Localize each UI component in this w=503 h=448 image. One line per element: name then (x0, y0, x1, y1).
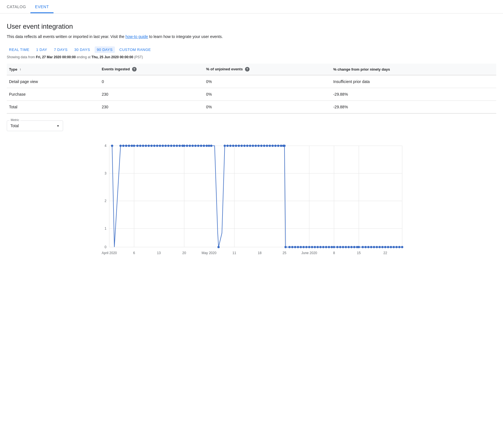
svg-point-127 (390, 246, 392, 248)
time-btn-custom[interactable]: CUSTOM RANGE (117, 46, 153, 53)
svg-point-59 (194, 145, 197, 147)
svg-point-69 (229, 145, 232, 147)
svg-point-119 (367, 246, 370, 248)
svg-point-33 (122, 145, 124, 147)
svg-point-110 (342, 246, 344, 248)
svg-text:6: 6 (133, 251, 135, 255)
svg-text:0: 0 (104, 245, 106, 249)
table-row: Detail page view 0 0% Insufficient prior… (7, 75, 496, 88)
cell-events-2: 230 (102, 101, 206, 114)
svg-point-81 (263, 145, 265, 147)
svg-point-112 (348, 246, 350, 248)
line-chart: 4 3 2 1 0 April 2020 6 13 20 May 2020 11… (7, 140, 496, 258)
tab-catalog[interactable]: CATALOG (7, 5, 30, 13)
metric-select[interactable]: Total ▼ (7, 120, 63, 131)
svg-point-99 (311, 246, 313, 248)
svg-point-56 (186, 145, 188, 147)
svg-text:June 2020: June 2020 (301, 251, 317, 255)
time-btn-90days[interactable]: 90 DAYS (95, 46, 115, 53)
svg-point-92 (291, 246, 293, 248)
svg-point-90 (284, 246, 287, 248)
help-icon-unjoined[interactable]: ? (245, 67, 250, 71)
svg-text:18: 18 (258, 251, 262, 255)
time-btn-7days[interactable]: 7 DAYS (52, 46, 70, 53)
svg-point-76 (249, 145, 251, 147)
svg-point-128 (393, 246, 395, 248)
svg-point-41 (145, 145, 147, 147)
svg-point-102 (319, 246, 322, 248)
svg-point-108 (336, 246, 339, 248)
time-btn-realtime[interactable]: REAL TIME (7, 46, 32, 53)
svg-point-50 (170, 145, 172, 147)
svg-text:15: 15 (357, 251, 361, 255)
table-row: Purchase 230 0% -29.88% (7, 88, 496, 101)
svg-text:4: 4 (104, 144, 106, 148)
svg-point-117 (362, 246, 364, 248)
svg-point-39 (139, 145, 141, 147)
svg-text:11: 11 (232, 251, 236, 255)
page-description: This data reflects all events written or… (7, 34, 496, 40)
date-range-info: Showing data from Fri, 27 Mar 2020 00:00… (7, 55, 496, 59)
svg-point-114 (353, 246, 355, 248)
svg-point-66 (217, 246, 220, 248)
svg-point-62 (203, 145, 205, 147)
cell-events-0: 0 (102, 75, 206, 88)
svg-point-51 (173, 145, 175, 147)
svg-point-53 (179, 145, 181, 147)
svg-point-105 (328, 246, 330, 248)
description-text-before: This data reflects all events written or… (7, 34, 125, 39)
time-btn-30days[interactable]: 30 DAYS (72, 46, 92, 53)
svg-point-75 (246, 145, 248, 147)
cell-change-0: Insufficient prior data (333, 75, 496, 88)
time-btn-1day[interactable]: 1 DAY (34, 46, 49, 53)
svg-point-106 (331, 246, 333, 248)
metric-value: Total (10, 124, 19, 128)
svg-point-74 (243, 145, 246, 147)
events-table: Type ↑ Events ingested ? % of unjoined e… (7, 64, 496, 114)
time-filters: REAL TIME 1 DAY 7 DAYS 30 DAYS 90 DAYS C… (7, 46, 496, 53)
svg-point-98 (308, 246, 310, 248)
svg-point-42 (148, 145, 150, 147)
col-header-unjoined: % of unjoined events ? (206, 64, 333, 75)
svg-point-94 (297, 246, 299, 248)
svg-point-46 (159, 145, 161, 147)
svg-point-101 (317, 246, 319, 248)
svg-point-87 (280, 145, 282, 147)
svg-point-68 (226, 145, 229, 147)
svg-point-107 (333, 246, 335, 248)
main-content: User event integration This data reflect… (0, 14, 503, 265)
svg-point-125 (384, 246, 386, 248)
svg-point-40 (142, 145, 144, 147)
svg-point-83 (269, 145, 271, 147)
svg-point-55 (183, 145, 185, 147)
svg-point-77 (252, 145, 254, 147)
metric-container: Metric Total ▼ (7, 120, 496, 131)
svg-point-61 (200, 145, 202, 147)
svg-text:May 2020: May 2020 (202, 251, 217, 255)
svg-text:13: 13 (157, 251, 161, 255)
page-title: User event integration (7, 23, 496, 30)
svg-point-64 (208, 145, 210, 147)
svg-point-36 (131, 145, 133, 147)
how-to-guide-link[interactable]: how-to guide (125, 34, 148, 39)
tab-event[interactable]: EVENT (30, 5, 53, 13)
svg-point-109 (339, 246, 341, 248)
svg-point-84 (271, 145, 274, 147)
svg-point-45 (156, 145, 158, 147)
top-nav: CATALOG EVENT (0, 0, 503, 14)
svg-point-86 (277, 145, 279, 147)
svg-point-122 (376, 246, 378, 248)
sort-arrow-type[interactable]: ↑ (19, 68, 21, 71)
svg-point-104 (325, 246, 327, 248)
cell-type-2: Total (7, 101, 102, 114)
svg-point-37 (133, 145, 135, 147)
svg-point-100 (314, 246, 316, 248)
svg-point-97 (305, 246, 308, 248)
svg-point-91 (288, 246, 291, 248)
svg-point-79 (257, 145, 260, 147)
help-icon-events[interactable]: ? (132, 67, 137, 71)
svg-point-118 (364, 246, 367, 248)
svg-point-120 (370, 246, 372, 248)
svg-point-49 (167, 145, 170, 147)
col-header-events: Events ingested ? (102, 64, 206, 75)
